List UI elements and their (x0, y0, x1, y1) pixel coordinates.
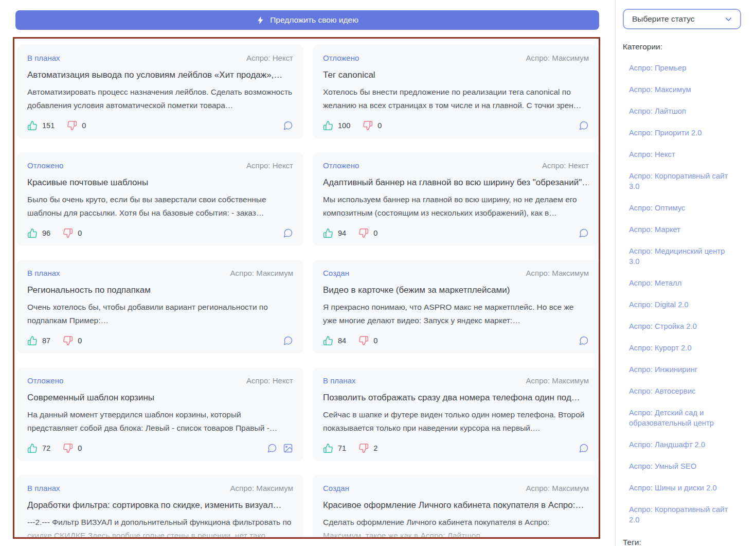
category-link[interactable]: Аспро: Лайтшоп (629, 106, 732, 116)
idea-card[interactable]: В планах Аспро: Максимум Позволить отобр… (313, 367, 599, 461)
thumbs-up-icon (323, 120, 333, 131)
idea-product-label: Аспро: Некст (246, 376, 293, 385)
idea-card-header: Отложено Аспро: Некст (323, 161, 589, 170)
idea-card[interactable]: Отложено Аспро: Максимум Тег canonical Х… (313, 45, 599, 138)
category-link[interactable]: Аспро: Медицинский центр 3.0 (629, 246, 732, 267)
tags-title: Теги: (623, 538, 742, 546)
category-link[interactable]: Аспро: Ландшафт 2.0 (629, 439, 732, 450)
like-button[interactable]: 96 (27, 228, 50, 238)
category-link[interactable]: Аспро: Инжиниринг (629, 364, 732, 375)
idea-status-link[interactable]: В планах (27, 269, 60, 277)
idea-title: Региональность по подпапкам (27, 285, 293, 295)
like-button[interactable]: 151 (27, 120, 55, 131)
category-link[interactable]: Аспро: Digital 2.0 (629, 300, 732, 310)
dislike-count: 0 (373, 229, 377, 237)
dislike-button[interactable]: 0 (63, 443, 82, 453)
comment-bubble-icon[interactable] (579, 228, 589, 238)
idea-description: ---2.--- Фильтр ВИЗУАЛ и допольнительный… (27, 516, 293, 539)
idea-card[interactable]: В планах Аспро: Максимум Региональность … (17, 260, 303, 354)
idea-status-link[interactable]: Отложено (27, 376, 63, 385)
idea-card-header: Создан Аспро: Максимум (323, 484, 589, 492)
category-link[interactable]: Аспро: Некст (629, 149, 732, 160)
idea-title: Позволить отображать сразу два номера те… (323, 393, 589, 403)
idea-card[interactable]: Отложено Аспро: Некст Красивые почтовые … (17, 152, 303, 246)
comment-bubble-icon[interactable] (283, 228, 293, 238)
propose-idea-label: Предложить свою идею (270, 15, 358, 25)
comment-bubble-icon[interactable] (283, 120, 293, 131)
ideas-highlight-region: В планах Аспро: Некст Автоматизация выво… (13, 37, 600, 539)
comment-bubble-icon[interactable] (283, 336, 293, 346)
thumbs-up-icon (323, 336, 333, 346)
category-link[interactable]: Аспро: Маркет (629, 224, 732, 235)
idea-description: Хотелось бы внести предложение по реализ… (323, 85, 589, 112)
idea-card[interactable]: Отложено Аспро: Некст Адаптивный баннер … (313, 152, 599, 246)
idea-status-link[interactable]: Отложено (27, 161, 63, 170)
idea-product-label: Аспро: Максимум (526, 54, 589, 62)
thumbs-down-icon (358, 443, 369, 453)
idea-status-link[interactable]: Отложено (323, 161, 359, 170)
category-link[interactable]: Аспро: Приорити 2.0 (629, 128, 732, 138)
comment-bubble-icon[interactable] (579, 443, 589, 453)
idea-card-header: Отложено Аспро: Некст (27, 161, 293, 170)
dislike-button[interactable]: 0 (363, 120, 382, 131)
idea-card[interactable]: В планах Аспро: Некст Автоматизация выво… (17, 45, 303, 138)
like-button[interactable]: 84 (323, 336, 346, 346)
idea-status-link[interactable]: Создан (323, 484, 349, 492)
category-link[interactable]: Аспро: Оптимус (629, 203, 732, 213)
idea-status-link[interactable]: В планах (27, 484, 60, 492)
status-filter-select[interactable]: Выберите статус (623, 9, 741, 29)
idea-card-footer: 71 2 (323, 443, 589, 453)
propose-idea-button[interactable]: Предложить свою идею (15, 10, 599, 30)
like-count: 151 (42, 121, 55, 130)
dislike-button[interactable]: 2 (358, 443, 377, 453)
category-link[interactable]: Аспро: Стройка 2.0 (629, 321, 732, 331)
idea-card-footer: 96 0 (27, 228, 293, 238)
category-link[interactable]: Аспро: Корпоративный сайт 3.0 (629, 171, 732, 191)
thumbs-down-icon (358, 228, 369, 238)
idea-card[interactable]: Отложено Аспро: Некст Современный шаблон… (17, 367, 303, 461)
like-button[interactable]: 94 (323, 228, 346, 238)
comment-bubble-icon[interactable] (579, 120, 589, 131)
dislike-button[interactable]: 0 (358, 336, 377, 346)
idea-status-link[interactable]: В планах (27, 54, 60, 62)
sidebar: Выберите статус Категории: Аспро: Премье… (615, 0, 756, 546)
category-link[interactable]: Аспро: Автосервис (629, 386, 732, 396)
idea-card[interactable]: Создан Аспро: Максимум Красивое оформлен… (313, 475, 599, 539)
dislike-button[interactable]: 0 (67, 120, 86, 131)
idea-status-link[interactable]: Создан (323, 269, 349, 277)
category-link[interactable]: Аспро: Корпоративный сайт 2.0 (629, 504, 732, 525)
like-button[interactable]: 71 (323, 443, 346, 453)
thumbs-up-icon (27, 228, 38, 238)
idea-card[interactable]: Создан Аспро: Максимум Видео в карточке … (313, 260, 599, 354)
like-button[interactable]: 100 (323, 120, 350, 131)
comment-bubble-icon[interactable] (579, 336, 589, 346)
category-link[interactable]: Аспро: Металл (629, 278, 732, 288)
category-link[interactable]: Аспро: Курорт 2.0 (629, 343, 732, 353)
image-icon (283, 443, 293, 453)
idea-product-label: Аспро: Некст (246, 161, 293, 170)
idea-product-label: Аспро: Некст (542, 161, 589, 170)
idea-status-link[interactable]: В планах (323, 376, 356, 385)
dislike-button[interactable]: 0 (63, 228, 82, 238)
idea-card-footer: 87 0 (27, 336, 293, 346)
category-link[interactable]: Аспро: Премьер (629, 63, 732, 73)
idea-title: Тег canonical (323, 70, 589, 80)
category-link[interactable]: Аспро: Детский сад и образовательный цен… (629, 408, 732, 428)
comment-bubble-icon[interactable] (267, 443, 277, 453)
thumbs-down-icon (363, 120, 373, 131)
category-link[interactable]: Аспро: Шины и диски 2.0 (629, 483, 732, 493)
idea-status-link[interactable]: Отложено (323, 54, 359, 62)
thumbs-up-icon (27, 120, 38, 131)
idea-card[interactable]: В планах Аспро: Максимум Доработки фильт… (17, 475, 303, 539)
dislike-count: 0 (373, 337, 377, 345)
like-button[interactable]: 72 (27, 443, 50, 453)
like-count: 96 (42, 229, 50, 237)
dislike-button[interactable]: 0 (63, 336, 82, 346)
thumbs-down-icon (63, 443, 73, 453)
like-button[interactable]: 87 (27, 336, 50, 346)
like-count: 87 (42, 337, 50, 345)
idea-title: Красивое оформление Личного кабинета пок… (323, 500, 589, 510)
dislike-button[interactable]: 0 (358, 228, 377, 238)
category-link[interactable]: Аспро: Максимум (629, 84, 732, 95)
category-link[interactable]: Аспро: Умный SEO (629, 461, 732, 471)
